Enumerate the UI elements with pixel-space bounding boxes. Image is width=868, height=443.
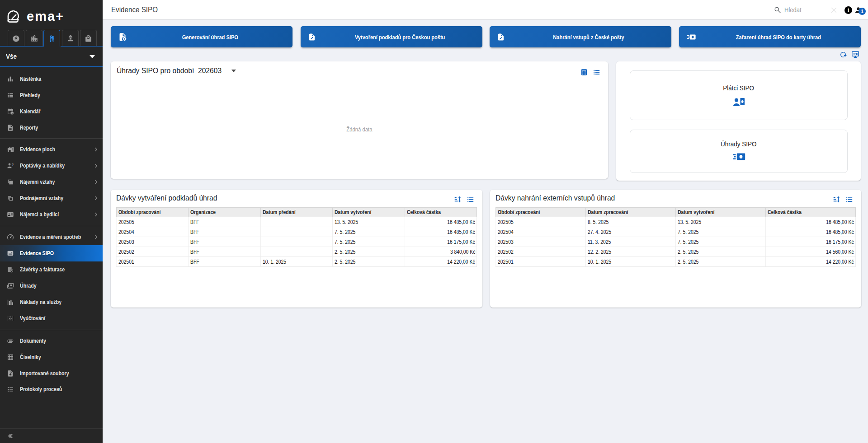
- svg-text:?: ?: [12, 163, 14, 167]
